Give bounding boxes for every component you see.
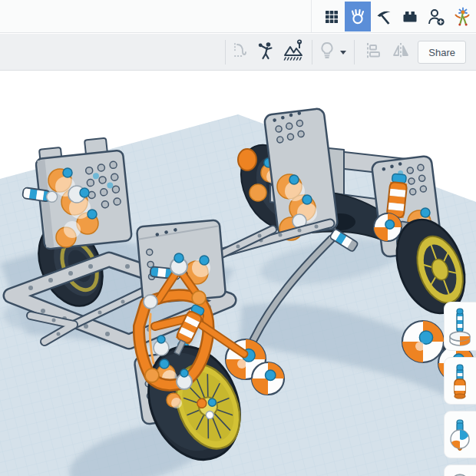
ball-socket-connector-thumbnail <box>448 306 472 347</box>
part-card-shock-absorber[interactable] <box>444 357 476 405</box>
hub-disc[interactable] <box>252 362 284 395</box>
align-button[interactable] <box>363 39 382 65</box>
lightbulb-button[interactable] <box>318 39 336 65</box>
tool-divider <box>354 40 355 64</box>
mascot-avatar-icon <box>452 7 472 27</box>
ball-joint-thumbnail <box>448 414 472 455</box>
pickaxe-button[interactable] <box>371 2 397 31</box>
orange-knob[interactable] <box>238 149 256 170</box>
brick-button[interactable] <box>397 2 423 31</box>
person-add-button[interactable] <box>423 2 449 31</box>
drop-path-button[interactable] <box>231 39 251 65</box>
edit-toolbar: Share <box>0 34 476 71</box>
person-throw-button[interactable] <box>256 39 277 65</box>
hand-gesture-button[interactable] <box>345 2 371 31</box>
part-card-ball-joint[interactable] <box>444 411 476 458</box>
terrain-flag-icon <box>282 39 306 65</box>
mascot-avatar-button[interactable] <box>449 2 475 31</box>
part-card-partial[interactable] <box>444 464 476 476</box>
tool-divider <box>312 40 312 64</box>
shock-absorber-thumbnail <box>448 360 472 402</box>
terrain-flag-button[interactable] <box>282 39 306 65</box>
top-bar <box>0 0 476 33</box>
tool-divider <box>225 40 226 64</box>
drop-path-icon <box>231 41 251 64</box>
share-button-label: Share <box>428 47 455 58</box>
grid-view-button[interactable] <box>319 2 345 31</box>
gray-part-thumbnail-partial <box>448 468 472 476</box>
hub-disc[interactable] <box>402 321 444 362</box>
person-throw-icon <box>256 40 277 64</box>
design-canvas[interactable] <box>0 71 476 476</box>
top-icon-row <box>319 2 475 31</box>
person-add-icon <box>425 6 447 28</box>
pickaxe-icon <box>375 8 393 26</box>
mirror-button[interactable] <box>391 39 411 65</box>
dropdown-caret-button[interactable] <box>338 39 349 65</box>
hand-gesture-icon <box>348 7 368 27</box>
tool-row <box>222 34 442 71</box>
3d-scene[interactable] <box>0 71 476 476</box>
mirror-icon <box>391 41 411 64</box>
topbar-divider <box>311 0 312 32</box>
align-icon <box>363 41 382 64</box>
lightbulb-icon <box>318 41 336 64</box>
grid-view-icon <box>322 8 341 26</box>
part-card-ball-socket[interactable] <box>444 302 476 351</box>
caret-down-icon <box>338 45 349 59</box>
brick-icon <box>401 8 419 26</box>
share-button[interactable]: Share <box>418 41 466 64</box>
